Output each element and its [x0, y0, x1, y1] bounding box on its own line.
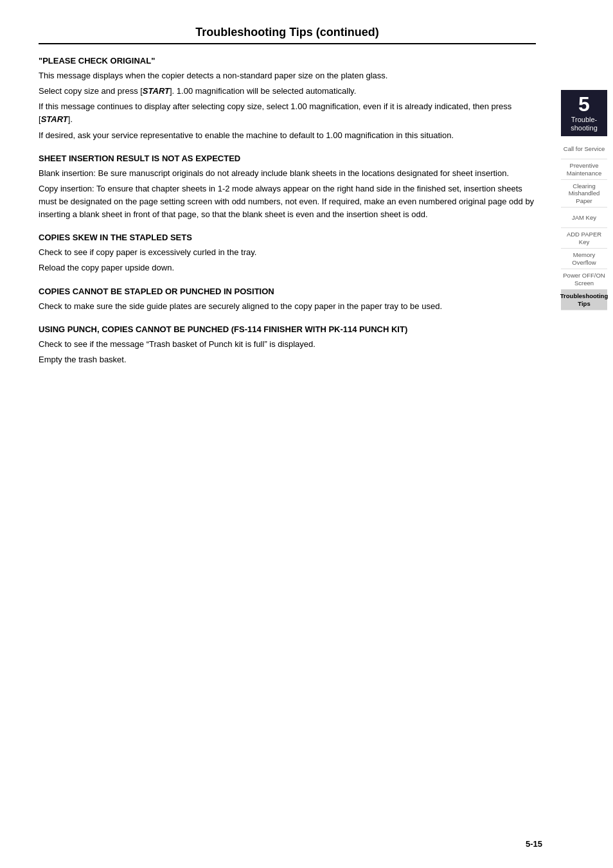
sidebar-item-memory-overflow[interactable]: MemoryOverflow [561, 249, 607, 269]
sidebar-item-troubleshooting-tips[interactable]: TroubleshootingTips [561, 290, 607, 310]
section-copies-stapled: COPIES CANNOT BE STAPLED OR PUNCHED IN P… [39, 287, 536, 313]
page-container: Troubleshooting Tips (continued) "PLEASE… [0, 0, 613, 868]
section-3-para-1: Check to see if copy paper is excessivel… [39, 246, 536, 259]
section-4-heading: COPIES CANNOT BE STAPLED OR PUNCHED IN P… [39, 287, 536, 296]
main-content: Troubleshooting Tips (continued) "PLEASE… [39, 26, 536, 366]
section-2-para-2: Copy insertion: To ensure that chapter s… [39, 182, 536, 221]
page-title-bar: Troubleshooting Tips (continued) [39, 26, 536, 44]
section-sheet-insertion: SHEET INSERTION RESULT IS NOT AS EXPECTE… [39, 154, 536, 222]
section-1-para-3: If this message continues to display aft… [39, 100, 536, 126]
section-using-punch: USING PUNCH, COPIES CANNOT BE PUNCHED (F… [39, 324, 536, 366]
chapter-label: Trouble-shooting [571, 116, 598, 132]
sidebar: 5 Trouble-shooting Call for Service Prev… [555, 0, 613, 868]
section-4-body: Check to make sure the side guide plates… [39, 300, 536, 313]
section-1-para-2: Select copy size and press [START]. 1.00… [39, 85, 536, 98]
section-5-para-1: Check to see if the message “Trash baske… [39, 338, 536, 351]
section-5-body: Check to see if the message “Trash baske… [39, 338, 536, 366]
section-4-para-1: Check to make sure the side guide plates… [39, 300, 536, 313]
sidebar-item-power-offon-screen[interactable]: Power OFF/ONScreen [561, 269, 607, 290]
sidebar-item-clearing-mishandled-paper[interactable]: ClearingMishandledPaper [561, 180, 607, 208]
section-copies-skew: COPIES SKEW IN THE STAPLED SETS Check to… [39, 233, 536, 274]
sidebar-item-jam-key[interactable]: JAM Key [561, 208, 607, 228]
section-1-para-4: If desired, ask your service representat… [39, 129, 536, 142]
section-3-body: Check to see if copy paper is excessivel… [39, 246, 536, 274]
page-number: 5-15 [526, 839, 542, 849]
start-bold-1: START [143, 86, 170, 96]
sidebar-item-call-for-service[interactable]: Call for Service [561, 139, 607, 159]
sidebar-item-add-paper-key[interactable]: ADD PAPERKey [561, 228, 607, 249]
section-please-check-original: "PLEASE CHECK ORIGINAL" This message dis… [39, 56, 536, 142]
section-5-heading: USING PUNCH, COPIES CANNOT BE PUNCHED (F… [39, 324, 536, 334]
sidebar-item-preventive-maintenance[interactable]: PreventiveMaintenance [561, 159, 607, 180]
section-2-para-1: Blank insertion: Be sure manuscript orig… [39, 167, 536, 180]
sidebar-chapter-badge: 5 Trouble-shooting [561, 90, 607, 136]
section-2-heading: SHEET INSERTION RESULT IS NOT AS EXPECTE… [39, 154, 536, 163]
page-title: Troubleshooting Tips (continued) [195, 26, 379, 39]
section-1-heading: "PLEASE CHECK ORIGINAL" [39, 56, 536, 66]
section-3-heading: COPIES SKEW IN THE STAPLED SETS [39, 233, 536, 242]
chapter-number: 5 [578, 94, 590, 114]
section-3-para-2: Reload the copy paper upside down. [39, 261, 536, 274]
section-5-para-2: Empty the trash basket. [39, 353, 536, 366]
section-1-para-1: This message displays when the copier de… [39, 69, 536, 82]
start-bold-2: START [41, 114, 68, 124]
section-2-body: Blank insertion: Be sure manuscript orig… [39, 167, 536, 222]
section-1-body: This message displays when the copier de… [39, 69, 536, 142]
